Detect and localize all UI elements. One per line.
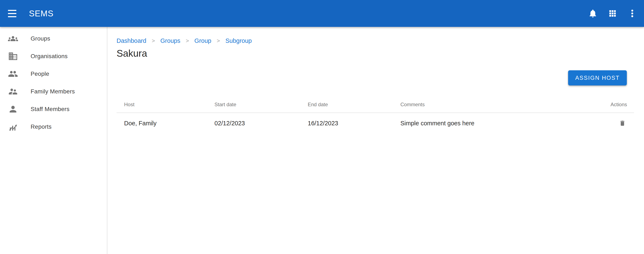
reports-chart-icon <box>8 122 18 132</box>
sidebar-item-organisations[interactable]: Organisations <box>0 48 107 65</box>
page-layout: Groups Organisations People Family Membe… <box>0 27 644 254</box>
menu-icon[interactable] <box>8 10 16 17</box>
cell-end-date: 16/12/2023 <box>300 113 393 134</box>
column-header-comments: Comments <box>393 97 602 113</box>
assign-host-button[interactable]: ASSIGN HOST <box>568 70 627 85</box>
sidebar: Groups Organisations People Family Membe… <box>0 27 107 254</box>
sidebar-item-label: Family Members <box>30 88 75 95</box>
column-header-actions: Actions <box>602 97 634 113</box>
cell-start-date: 02/12/2023 <box>207 113 300 134</box>
breadcrumb-groups[interactable]: Groups <box>160 37 180 45</box>
cell-actions <box>602 113 634 134</box>
breadcrumb-separator: > <box>186 37 189 45</box>
groups-icon <box>8 34 18 44</box>
sidebar-item-people[interactable]: People <box>0 65 107 83</box>
column-header-host: Host <box>116 97 207 113</box>
column-header-start-date: Start date <box>207 97 300 113</box>
app-title: SEMS <box>29 9 54 18</box>
cell-comments: Simple comment goes here <box>393 113 602 134</box>
sidebar-item-label: Staff Members <box>30 106 70 113</box>
sidebar-item-label: Organisations <box>30 53 68 60</box>
sidebar-item-family-members[interactable]: Family Members <box>0 83 107 100</box>
breadcrumb-dashboard[interactable]: Dashboard <box>116 37 146 45</box>
appbar-actions <box>588 9 637 19</box>
cell-host: Doe, Family <box>116 113 207 134</box>
notifications-icon[interactable] <box>588 9 598 19</box>
hosts-table: Host Start date End date Comments Action… <box>116 97 634 134</box>
sidebar-item-staff-members[interactable]: Staff Members <box>0 100 107 118</box>
sidebar-item-label: Groups <box>30 35 50 42</box>
breadcrumb-group[interactable]: Group <box>194 37 211 45</box>
family-members-icon <box>8 87 18 97</box>
toolbar: ASSIGN HOST <box>116 70 634 85</box>
breadcrumb-separator: > <box>217 37 220 45</box>
people-icon <box>8 69 18 79</box>
staff-member-icon <box>8 104 18 114</box>
delete-trash-icon[interactable] <box>618 119 627 128</box>
column-header-end-date: End date <box>300 97 393 113</box>
organisation-building-icon <box>8 51 18 61</box>
breadcrumb-separator: > <box>152 37 155 45</box>
breadcrumb: Dashboard > Groups > Group > Subgroup <box>116 37 634 45</box>
page-title: Sakura <box>116 47 634 60</box>
sidebar-item-label: Reports <box>30 123 52 130</box>
main-content: Dashboard > Groups > Group > Subgroup Sa… <box>107 27 644 254</box>
sidebar-item-label: People <box>30 71 49 77</box>
sidebar-item-reports[interactable]: Reports <box>0 118 107 136</box>
apps-grid-icon[interactable] <box>608 9 618 19</box>
app-bar: SEMS <box>0 0 644 27</box>
kebab-menu-icon[interactable] <box>627 9 637 19</box>
sidebar-item-groups[interactable]: Groups <box>0 30 107 48</box>
breadcrumb-subgroup[interactable]: Subgroup <box>225 37 252 45</box>
